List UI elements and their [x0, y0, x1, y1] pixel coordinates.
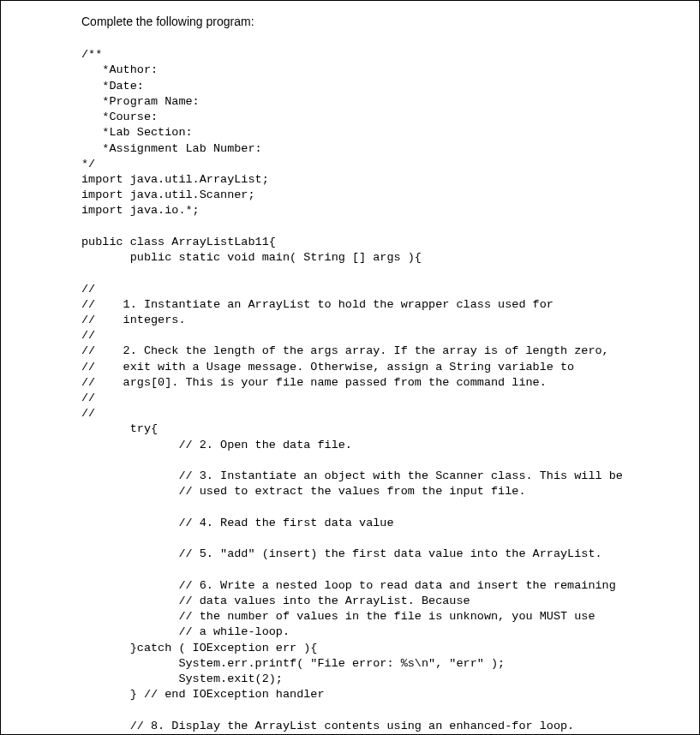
code-line: import java.util.ArrayList;: [81, 173, 269, 186]
code-block: /** *Author: *Date: *Program Name: *Cour…: [81, 32, 679, 735]
code-line: } // end IOException handler: [81, 688, 325, 701]
code-line: //: [81, 407, 95, 420]
code-line: // 2. Open the data file.: [81, 439, 352, 451]
code-line: //: [81, 283, 95, 296]
code-line: // 5. "add" (insert) the first data valu…: [81, 547, 602, 560]
code-line: // exit with a Usage message. Otherwise,…: [81, 361, 574, 373]
code-line: // 8. Display the ArrayList contents usi…: [81, 720, 574, 732]
code-line: *Author:: [81, 63, 158, 76]
code-line: *Course:: [81, 111, 158, 123]
code-line: // integers.: [81, 314, 186, 326]
code-line: public static void main( String [] args …: [81, 251, 422, 264]
code-line: System.err.printf( "File error: %s\n", "…: [81, 657, 505, 670]
code-line: */: [81, 158, 95, 170]
code-line: // used to extract the values from the i…: [81, 485, 525, 498]
code-line: public class ArrayListLab11{: [81, 236, 276, 248]
code-line: // the number of values in the file is u…: [81, 610, 595, 623]
code-line: System.exit(2);: [81, 672, 283, 685]
code-line: *Assignment Lab Number:: [81, 142, 262, 155]
code-line: // 2. Check the length of the args array…: [81, 344, 609, 357]
code-line: }catch ( IOException err ){: [81, 642, 317, 654]
code-line: try{: [81, 422, 158, 435]
code-line: // a while-loop.: [81, 625, 290, 638]
code-line: /**: [81, 48, 102, 61]
code-line: import java.util.Scanner;: [81, 188, 255, 201]
code-line: // args[0]. This is your file name passe…: [81, 376, 547, 389]
code-line: *Lab Section:: [81, 126, 193, 139]
code-line: // 6. Write a nested loop to read data a…: [81, 579, 616, 592]
code-line: //: [81, 329, 95, 342]
code-line: // 3. Instantiate an object with the Sca…: [81, 469, 623, 482]
code-line: // 1. Instantiate an ArrayList to hold t…: [81, 298, 553, 311]
instruction-text: Complete the following program:: [81, 15, 679, 28]
code-line: *Program Name:: [81, 95, 200, 108]
code-line: *Date:: [81, 80, 144, 93]
code-line: // data values into the ArrayList. Becau…: [81, 595, 470, 607]
code-line: //: [81, 391, 95, 404]
code-line: // 4. Read the first data value: [81, 517, 394, 529]
code-line: import java.io.*;: [81, 204, 200, 217]
